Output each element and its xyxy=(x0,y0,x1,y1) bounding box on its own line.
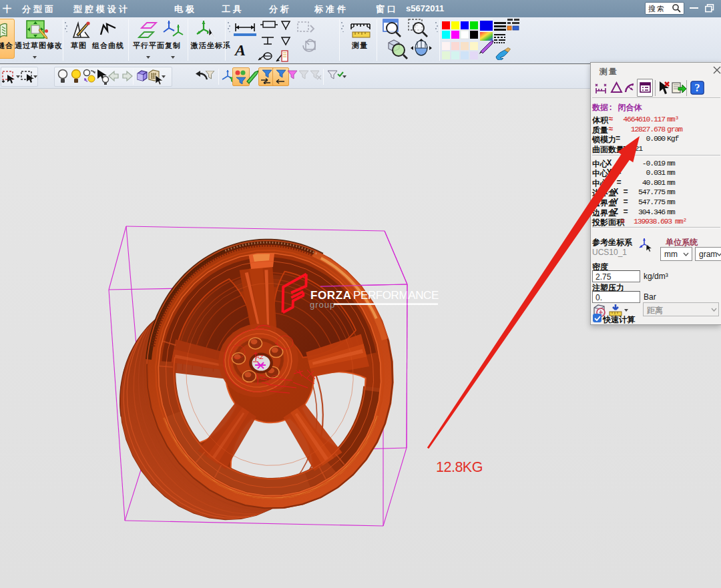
svg-text:group: group xyxy=(310,300,335,310)
svg-text:?: ? xyxy=(695,82,700,93)
svg-text:AZ: AZ xyxy=(256,354,264,360)
svg-text:PERFORMANCE: PERFORMANCE xyxy=(353,289,439,302)
